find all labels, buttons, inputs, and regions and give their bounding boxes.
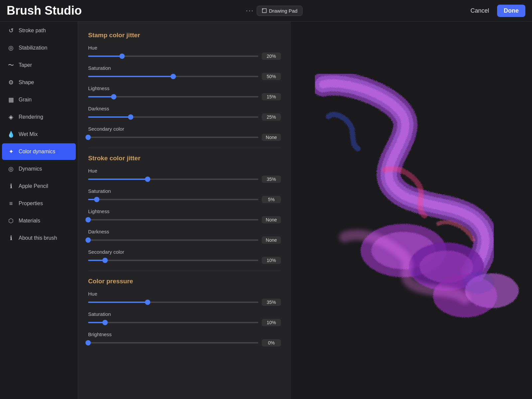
slider-track-stamp-sliders-2[interactable]	[88, 93, 258, 100]
sidebar-icon-properties: ≡	[7, 200, 15, 207]
slider-thumb-pressure-sliders-0[interactable]	[145, 300, 150, 305]
stamp-color-jitter-title: Stamp color jitter	[88, 32, 281, 39]
slider-value-pressure-sliders-2: 0%	[262, 339, 281, 346]
color-pressure-title: Color pressure	[88, 278, 281, 285]
slider-track-stroke-sliders-0[interactable]	[88, 176, 258, 183]
stamp-sliders-container: Hue 20% Saturation	[88, 45, 281, 141]
sidebar-icon-wet-mix: 💧	[7, 131, 15, 138]
slider-label-pressure-sliders-1: Saturation	[88, 311, 281, 317]
slider-label-stroke-sliders-1: Saturation	[88, 188, 281, 194]
top-bar-center: ··· Drawing Pad	[246, 6, 302, 16]
slider-value-pressure-sliders-1: 10%	[262, 319, 281, 326]
sidebar-item-dynamics[interactable]: ◎ Dynamics	[2, 161, 76, 177]
slider-track-stroke-sliders-4[interactable]	[88, 257, 258, 264]
sidebar-icon-apple-pencil: ℹ	[7, 183, 15, 190]
sidebar-item-rendering[interactable]: ◈ Rendering	[2, 109, 76, 125]
slider-row-stamp-sliders-4: Secondary color None	[88, 126, 281, 141]
slider-value-stamp-sliders-3: 25%	[262, 113, 281, 121]
sidebar-icon-shape: ⚙	[7, 79, 15, 86]
more-options-icon[interactable]: ···	[246, 6, 254, 15]
sidebar-icon-stabilization: ◎	[7, 44, 15, 52]
slider-row-stamp-sliders-3: Darkness 25%	[88, 106, 281, 121]
slider-track-pressure-sliders-2[interactable]	[88, 339, 258, 346]
slider-thumb-stroke-sliders-0[interactable]	[145, 177, 150, 182]
slider-label-pressure-sliders-2: Brightness	[88, 332, 281, 337]
svg-point-6	[463, 272, 495, 293]
slider-track-stamp-sliders-1[interactable]	[88, 73, 258, 80]
slider-track-pressure-sliders-1[interactable]	[88, 319, 258, 326]
slider-row-stamp-sliders-1: Saturation 50%	[88, 65, 281, 80]
divider-1	[88, 148, 281, 148]
top-bar-actions: Cancel Done	[466, 5, 525, 17]
sidebar-item-stabilization[interactable]: ◎ Stabilization	[2, 40, 76, 56]
sidebar-item-properties[interactable]: ≡ Properties	[2, 195, 76, 212]
slider-thumb-pressure-sliders-1[interactable]	[102, 320, 108, 325]
sidebar: ↺ Stroke path ◎ Stabilization 〜 Taper ⚙ …	[0, 22, 78, 399]
slider-row-pressure-sliders-2: Brightness 0%	[88, 332, 281, 346]
sidebar-icon-color-dynamics: ✦	[7, 148, 15, 155]
slider-value-stamp-sliders-2: 15%	[262, 93, 281, 100]
slider-container-stroke-sliders-3: None	[88, 236, 281, 244]
slider-track-stamp-sliders-4[interactable]	[88, 134, 258, 141]
sidebar-label-rendering: Rendering	[19, 114, 43, 120]
slider-row-stamp-sliders-0: Hue 20%	[88, 45, 281, 60]
sidebar-item-grain[interactable]: ▦ Grain	[2, 91, 76, 108]
slider-thumb-stamp-sliders-4[interactable]	[85, 135, 91, 140]
slider-label-stroke-sliders-4: Secondary color	[88, 249, 281, 255]
slider-container-stamp-sliders-1: 50%	[88, 73, 281, 80]
slider-thumb-stroke-sliders-1[interactable]	[94, 197, 99, 202]
slider-container-stroke-sliders-2: None	[88, 216, 281, 223]
sidebar-item-shape[interactable]: ⚙ Shape	[2, 74, 76, 91]
sidebar-label-color-dynamics: Color dynamics	[19, 149, 55, 155]
cancel-button[interactable]: Cancel	[466, 5, 493, 16]
slider-track-stamp-sliders-0[interactable]	[88, 53, 258, 60]
slider-thumb-stamp-sliders-3[interactable]	[128, 114, 133, 120]
slider-label-stamp-sliders-4: Secondary color	[88, 126, 281, 132]
slider-row-stroke-sliders-4: Secondary color 10%	[88, 249, 281, 264]
sidebar-item-materials[interactable]: ⬡ Materials	[2, 212, 76, 229]
sidebar-label-wet-mix: Wet Mix	[19, 131, 38, 137]
stroke-color-jitter-title: Stroke color jitter	[88, 155, 281, 162]
slider-container-stamp-sliders-0: 20%	[88, 53, 281, 60]
slider-container-stamp-sliders-2: 15%	[88, 93, 281, 100]
slider-row-stroke-sliders-2: Lightness None	[88, 208, 281, 223]
slider-label-stamp-sliders-3: Darkness	[88, 106, 281, 111]
sidebar-label-materials: Materials	[19, 218, 40, 224]
page-title: Brush Studio	[7, 4, 82, 18]
slider-thumb-stamp-sliders-1[interactable]	[171, 74, 176, 79]
slider-thumb-stroke-sliders-3[interactable]	[85, 237, 91, 243]
slider-track-stroke-sliders-2[interactable]	[88, 216, 258, 223]
done-button[interactable]: Done	[497, 5, 525, 17]
middle-panel: Stamp color jitter Hue 20% Saturation	[78, 22, 291, 399]
sidebar-item-stroke-path[interactable]: ↺ Stroke path	[2, 22, 76, 39]
slider-row-stroke-sliders-3: Darkness None	[88, 229, 281, 244]
sidebar-item-color-dynamics[interactable]: ✦ Color dynamics	[2, 143, 76, 160]
slider-value-stamp-sliders-0: 20%	[262, 53, 281, 60]
slider-thumb-stroke-sliders-2[interactable]	[85, 217, 91, 222]
sidebar-item-apple-pencil[interactable]: ℹ Apple Pencil	[2, 178, 76, 195]
slider-track-stroke-sliders-3[interactable]	[88, 237, 258, 243]
slider-container-pressure-sliders-2: 0%	[88, 339, 281, 346]
slider-container-pressure-sliders-0: 35%	[88, 299, 281, 306]
slider-container-stroke-sliders-4: 10%	[88, 257, 281, 264]
slider-thumb-stamp-sliders-0[interactable]	[119, 54, 125, 59]
slider-track-stamp-sliders-3[interactable]	[88, 114, 258, 120]
sidebar-item-taper[interactable]: 〜 Taper	[2, 57, 76, 73]
slider-track-stroke-sliders-1[interactable]	[88, 196, 258, 203]
slider-container-stroke-sliders-1: 5%	[88, 196, 281, 203]
drawing-pad-button[interactable]: Drawing Pad	[257, 6, 303, 16]
drawing-area	[291, 22, 532, 399]
slider-label-stroke-sliders-0: Hue	[88, 168, 281, 174]
slider-thumb-stroke-sliders-4[interactable]	[102, 258, 108, 263]
sidebar-label-taper: Taper	[19, 62, 32, 68]
slider-value-stamp-sliders-1: 50%	[262, 73, 281, 80]
slider-thumb-stamp-sliders-2[interactable]	[111, 94, 116, 99]
sidebar-label-stabilization: Stabilization	[19, 45, 47, 51]
slider-track-pressure-sliders-0[interactable]	[88, 299, 258, 306]
stroke-sliders-container: Hue 35% Saturation	[88, 168, 281, 264]
slider-row-stroke-sliders-0: Hue 35%	[88, 168, 281, 183]
sidebar-icon-taper: 〜	[7, 62, 15, 69]
sidebar-item-wet-mix[interactable]: 💧 Wet Mix	[2, 126, 76, 143]
sidebar-item-about-brush[interactable]: ℹ About this brush	[2, 230, 76, 246]
slider-thumb-pressure-sliders-2[interactable]	[85, 340, 91, 345]
